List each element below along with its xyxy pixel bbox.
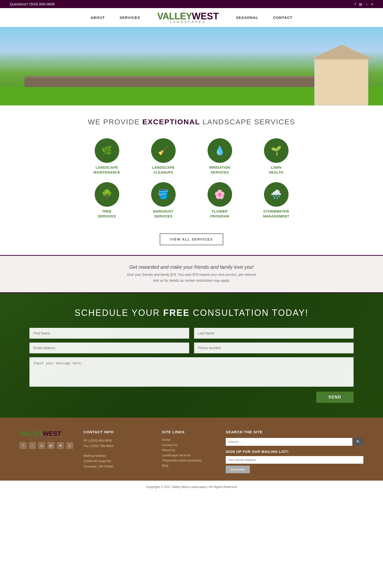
- consult-title-post: CONSULTATION TODAY!: [190, 308, 308, 318]
- services-grid: 🌿 LANDSCAPEMAINTENANCE 🧹 LANDSCAPECLEANU…: [81, 138, 302, 219]
- lawn-health-icon: 🌱: [264, 138, 289, 163]
- consultation-section: SCHEDULE YOUR FREE CONSULTATION TODAY! S…: [0, 293, 383, 418]
- footer: VALLEYWEST LANDSCAPES f i p g+ ★ y CONTA…: [0, 418, 383, 481]
- hero-house: [314, 56, 368, 105]
- email-input[interactable]: [29, 343, 189, 353]
- lawn-health-label: LAWNHEALTH: [269, 165, 283, 175]
- last-name-input[interactable]: [194, 328, 354, 339]
- phone-input[interactable]: [194, 343, 354, 353]
- tagline-section: WE PROVIDE EXCEPTIONAL LANDSCAPE SERVICE…: [0, 105, 383, 133]
- tagline-post: LANDSCAPE SERVICES: [200, 118, 295, 126]
- tree-services-label: TREESERVICES: [98, 209, 116, 219]
- nav-contact[interactable]: CONTACT: [273, 16, 293, 20]
- nav-left-links: ABOUT SERVICES: [90, 16, 140, 20]
- tagline-text: WE PROVIDE EXCEPTIONAL LANDSCAPE SERVICE…: [10, 118, 373, 126]
- landscape-cleanups-icon: 🧹: [151, 138, 176, 163]
- hero-wall: [24, 76, 322, 88]
- nav-about[interactable]: ABOUT: [90, 16, 105, 20]
- subscribe-button[interactable]: Subscribe: [226, 466, 250, 473]
- footer-email-input[interactable]: [226, 456, 363, 464]
- service-landscape-cleanups[interactable]: 🧹 LANDSCAPECLEANUPS: [138, 138, 189, 175]
- facebook-icon[interactable]: f: [355, 2, 356, 6]
- footer-yelp-icon[interactable]: y: [66, 442, 73, 449]
- plus-icon[interactable]: +: [371, 2, 373, 6]
- footer-address2: Troutdale, OR 97060: [83, 464, 152, 469]
- landscape-maintenance-icon: 🌿: [95, 138, 119, 163]
- logo-valley: VALLEY: [157, 11, 192, 21]
- name-row: [29, 328, 354, 339]
- nav-seasonal[interactable]: SEASONAL: [236, 16, 258, 20]
- nav-right-links: SEASONAL CONTACT: [236, 16, 293, 20]
- barkdust-label: BARKDUSTSERVICES: [153, 209, 174, 219]
- footer-logo: VALLEYWEST LANDSCAPES: [20, 430, 74, 439]
- footer-link-about[interactable]: About Us: [162, 448, 216, 452]
- service-irrigation[interactable]: 💧 IRRIGATIONSERVICES: [194, 138, 246, 175]
- footer-search-col: SEARCH THE SITE 🔍 SIGN UP FOR OUR MAILIN…: [226, 430, 363, 473]
- service-lawn-health[interactable]: 🌱 LAWNHEALTH: [250, 138, 302, 175]
- footer-pinterest-icon[interactable]: p: [38, 442, 45, 449]
- landscape-cleanups-label: LANDSCAPECLEANUPS: [152, 165, 175, 175]
- footer-instagram-icon[interactable]: i: [29, 442, 36, 449]
- service-barkdust[interactable]: 🪣 BARKDUSTSERVICES: [138, 182, 189, 219]
- footer-contact-title: CONTACT INFO: [83, 430, 152, 434]
- nav-services[interactable]: SERVICES: [119, 16, 140, 20]
- flower-program-icon: 🌸: [207, 182, 232, 207]
- irrigation-label: IRRIGATIONSERVICES: [209, 165, 230, 175]
- footer-search-button[interactable]: 🔍: [353, 438, 363, 446]
- copyright: Copyright © 2017 Valley West Landscapes …: [0, 481, 383, 493]
- stormwater-icon: 🌧️: [264, 182, 289, 207]
- top-bar-phone: Questions? (503) 669-0606: [10, 2, 55, 6]
- send-row: SEND: [29, 392, 354, 403]
- consult-title-bold: FREE: [163, 308, 190, 318]
- view-all-button[interactable]: VIEW ALL SERVICES: [160, 233, 223, 245]
- service-landscape-maintenance[interactable]: 🌿 LANDSCAPEMAINTENANCE: [81, 138, 133, 175]
- referral-section: Get rewarded and make your friends and f…: [0, 255, 383, 293]
- send-button[interactable]: SEND: [316, 392, 354, 403]
- footer-address1: 22959 NE Arata Rd.: [83, 459, 152, 464]
- footer-search-input[interactable]: [226, 438, 352, 446]
- footer-link-home[interactable]: Home: [162, 438, 216, 441]
- footer-links-title: SITE LINKS: [162, 430, 216, 434]
- message-input[interactable]: [29, 357, 354, 387]
- top-bar-social: f ▤ ○ +: [355, 2, 373, 6]
- tagline-pre: WE PROVIDE: [88, 118, 142, 126]
- instagram-icon[interactable]: ▤: [359, 2, 362, 6]
- service-stormwater[interactable]: 🌧️ STORMWATERMANAGEMENT: [250, 182, 302, 219]
- consultation-title: SCHEDULE YOUR FREE CONSULTATION TODAY!: [29, 308, 354, 318]
- footer-link-blog[interactable]: Blog: [162, 464, 216, 467]
- site-logo[interactable]: VALLEYWEST LANDSCAPES: [157, 11, 219, 24]
- footer-star-icon[interactable]: ★: [57, 442, 64, 449]
- tagline-bold: EXCEPTIONAL: [142, 118, 200, 126]
- services-section: 🌿 LANDSCAPEMAINTENANCE 🧹 LANDSCAPECLEANU…: [0, 133, 383, 229]
- top-bar: Questions? (503) 669-0606 f ▤ ○ +: [0, 0, 383, 8]
- footer-social-icons: f i p g+ ★ y: [20, 442, 74, 449]
- referral-desc2: Ask us for details as certain restrictio…: [10, 278, 373, 284]
- stormwater-label: STORMWATERMANAGEMENT: [263, 209, 289, 219]
- pinterest-icon[interactable]: ○: [366, 2, 367, 6]
- footer-search-title: SEARCH THE SITE: [226, 430, 363, 434]
- first-name-input[interactable]: [29, 328, 189, 339]
- view-all-section: VIEW ALL SERVICES: [0, 229, 383, 255]
- footer-links-col: SITE LINKS Home Contact Us About Us Land…: [162, 430, 216, 473]
- footer-googleplus-icon[interactable]: g+: [48, 442, 54, 449]
- referral-title: Get rewarded and make your friends and f…: [10, 264, 373, 270]
- flower-program-label: FLOWERPROGRAM: [210, 209, 229, 219]
- irrigation-icon: 💧: [207, 138, 232, 163]
- main-nav: ABOUT SERVICES VALLEYWEST LANDSCAPES SEA…: [0, 8, 383, 27]
- footer-logo-col: VALLEYWEST LANDSCAPES f i p g+ ★ y: [20, 430, 74, 473]
- footer-link-landscape[interactable]: Landscape Services: [162, 453, 216, 457]
- footer-link-faq[interactable]: Frequently Asked Questions: [162, 459, 216, 462]
- hero-section: [0, 27, 383, 105]
- referral-desc1: Give your friends and family $75. You ea…: [10, 272, 373, 278]
- footer-link-contact[interactable]: Contact Us: [162, 443, 216, 447]
- service-tree-services[interactable]: 🌳 TREESERVICES: [81, 182, 133, 219]
- tree-services-icon: 🌳: [95, 182, 119, 207]
- contact-row: [29, 343, 354, 353]
- consult-title-pre: SCHEDULE YOUR: [75, 308, 163, 318]
- barkdust-icon: 🪣: [151, 182, 176, 207]
- service-flower-program[interactable]: 🌸 FLOWERPROGRAM: [194, 182, 246, 219]
- footer-contact-col: CONTACT INFO Ph | (503) 669-0606 Fax | (…: [83, 430, 152, 473]
- footer-search-row: 🔍: [226, 438, 363, 446]
- footer-facebook-icon[interactable]: f: [20, 442, 26, 449]
- footer-mailing-label: Mailing Address:: [83, 453, 152, 459]
